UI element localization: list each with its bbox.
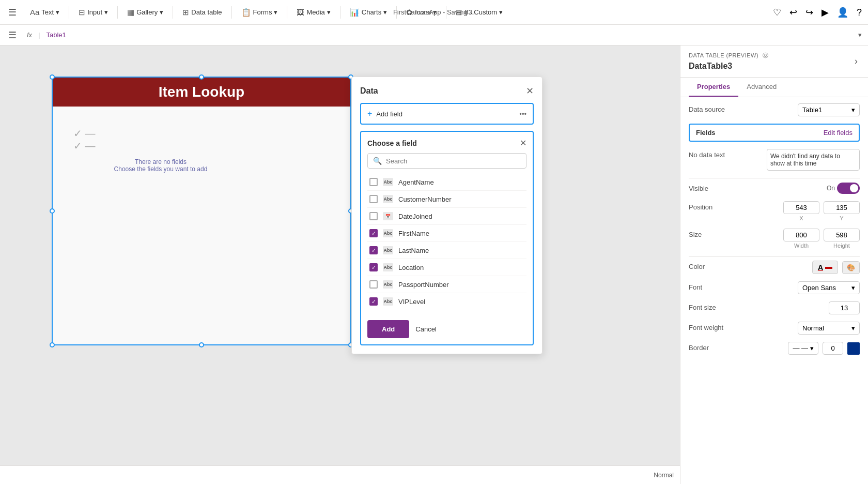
visible-toggle[interactable] — [837, 183, 860, 194]
pos-x-input[interactable] — [783, 201, 819, 214]
size-w-input[interactable] — [783, 229, 819, 241]
formula-expand-icon[interactable]: ▾ — [858, 31, 862, 39]
field-type-icon: Abc — [383, 195, 393, 203]
toolbar-charts[interactable]: 📊 Charts ▾ — [345, 5, 392, 20]
divider-6 — [340, 6, 340, 19]
fx-label: fx — [27, 31, 32, 39]
field-name-DateJoined: DateJoined — [398, 213, 432, 220]
font-size-label: Font size — [689, 301, 735, 311]
field-checkbox-CustomerNumber[interactable] — [369, 195, 378, 203]
sidebar-toggle[interactable]: ☰ — [6, 27, 19, 43]
pos-y-input[interactable] — [824, 201, 860, 214]
prop-row-position: Position X Y — [689, 201, 860, 221]
list-item[interactable]: Abc CustomerNumber — [367, 191, 526, 208]
choose-field-close-btn[interactable]: ✕ — [520, 138, 526, 148]
field-name-FirstName: FirstName — [398, 230, 429, 237]
undo-icon[interactable]: ↩ — [789, 7, 797, 18]
right-panel-tabs: Properties Advanced — [680, 78, 868, 97]
size-h-input[interactable] — [824, 229, 860, 241]
handle-bl[interactable] — [50, 342, 55, 347]
color-fill-btn[interactable]: 🎨 — [842, 261, 860, 274]
add-field-more-icon[interactable]: ••• — [519, 110, 526, 118]
toolbar-media[interactable]: 🖼 Media ▾ — [291, 5, 335, 20]
field-type-icon: Abc — [383, 246, 393, 254]
user-icon[interactable]: 👤 — [837, 7, 848, 18]
gallery-icon: ▦ — [127, 8, 134, 17]
font-size-input[interactable] — [829, 301, 860, 314]
edit-fields-link[interactable]: Edit fields — [824, 129, 853, 137]
play-icon[interactable]: ▶ — [822, 7, 829, 18]
tab-advanced[interactable]: Advanced — [738, 78, 785, 97]
divider-prop2 — [689, 256, 860, 256]
canvas-widget[interactable]: Item Lookup ✓ — ✓ — There are no fields … — [52, 77, 351, 345]
add-field-row[interactable]: + Add field ••• — [360, 103, 534, 125]
bottom-bar: Normal — [0, 465, 680, 484]
right-panel-expand-btn[interactable]: › — [853, 54, 860, 69]
help-icon[interactable]: ? — [857, 7, 862, 18]
toolbar-text[interactable]: Aa Text ▾ — [25, 5, 65, 20]
right-panel: DATA TABLE (PREVIEW) ⓪ DataTable3 › Prop… — [680, 46, 868, 484]
datasource-label: Data source — [689, 103, 735, 113]
datasource-select[interactable]: Table1 ▾ — [798, 103, 860, 116]
hamburger-btn[interactable]: ☰ — [6, 5, 19, 20]
pos-inputs: X Y — [783, 201, 860, 221]
size-inputs: Width Height — [783, 229, 860, 249]
gallery-chevron: ▾ — [160, 8, 163, 16]
choose-field-header: Choose a field ✕ — [367, 138, 526, 148]
color-picker-btn[interactable]: A — [812, 261, 838, 274]
handle-tl[interactable] — [50, 74, 55, 80]
right-panel-help-icon[interactable]: ⓪ — [763, 52, 769, 58]
field-checkbox-DateJoined[interactable] — [369, 212, 378, 220]
heart-icon[interactable]: ♡ — [773, 7, 781, 18]
choose-field-title: Choose a field — [367, 139, 417, 147]
field-checkbox-Location[interactable] — [369, 263, 378, 271]
field-checkbox-FirstName[interactable] — [369, 229, 378, 237]
search-input[interactable] — [386, 157, 521, 165]
font-select[interactable]: Open Sans ▾ — [798, 281, 860, 294]
field-checkbox-VIPLevel[interactable] — [369, 297, 378, 306]
toggle-row: On — [827, 183, 860, 194]
fields-row[interactable]: Fields Edit fields — [689, 124, 860, 142]
toolbar-gallery[interactable]: ▦ Gallery ▾ — [122, 5, 168, 20]
handle-bm[interactable] — [199, 342, 204, 347]
field-name-CustomerNumber: CustomerNumber — [398, 195, 452, 203]
media-icon: 🖼 — [297, 8, 304, 17]
border-width-input[interactable] — [823, 342, 843, 355]
list-item[interactable]: Abc FirstName — [367, 225, 526, 242]
field-checkbox-AgentName[interactable] — [369, 178, 378, 186]
pos-x-wrap: X — [783, 201, 819, 221]
data-panel-close-btn[interactable]: ✕ — [526, 85, 534, 97]
list-item[interactable]: Abc AgentName — [367, 174, 526, 191]
border-color-swatch[interactable] — [847, 342, 860, 355]
field-checkbox-PassportNumber[interactable] — [369, 280, 378, 289]
font-weight-select[interactable]: Normal ▾ — [798, 322, 860, 335]
list-item[interactable]: 📅 DateJoined — [367, 208, 526, 225]
font-color-A: A — [818, 263, 823, 271]
no-data-text-value[interactable]: We didn't find any data to show at this … — [767, 149, 860, 171]
redo-icon[interactable]: ↪ — [805, 7, 813, 18]
cancel-button[interactable]: Cancel — [415, 325, 436, 333]
add-button[interactable]: Add — [367, 320, 409, 338]
handle-ml[interactable] — [50, 208, 55, 214]
field-type-icon: Abc — [383, 229, 393, 237]
divider-4 — [231, 6, 232, 19]
toolbar-datatable[interactable]: ⊞ Data table — [177, 5, 227, 20]
position-label: Position — [689, 201, 735, 211]
handle-tm[interactable] — [199, 74, 204, 80]
toolbar-input[interactable]: ⊟ Input ▾ — [73, 5, 113, 20]
add-field-label: Add field — [376, 110, 402, 118]
right-panel-header: DATA TABLE (PREVIEW) ⓪ DataTable3 › — [680, 46, 868, 78]
right-panel-title: DataTable3 — [689, 62, 768, 71]
toolbar-forms[interactable]: 📋 Forms ▾ — [236, 5, 283, 20]
border-style-select[interactable]: — — ▾ — [788, 342, 818, 355]
list-item[interactable]: Abc VIPLevel — [367, 293, 526, 310]
tab-properties[interactable]: Properties — [689, 78, 738, 97]
list-item[interactable]: Abc PassportNumber — [367, 276, 526, 293]
list-item[interactable]: Abc Location — [367, 259, 526, 276]
divider-2 — [117, 6, 118, 19]
list-item[interactable]: Abc LastName — [367, 242, 526, 259]
topbar: ☰ Aa Text ▾ ⊟ Input ▾ ▦ Gallery ▾ ⊞ Data… — [0, 0, 868, 25]
field-name-AgentName: AgentName — [398, 178, 434, 186]
size-w-wrap: Width — [783, 229, 819, 249]
field-checkbox-LastName[interactable] — [369, 246, 378, 254]
